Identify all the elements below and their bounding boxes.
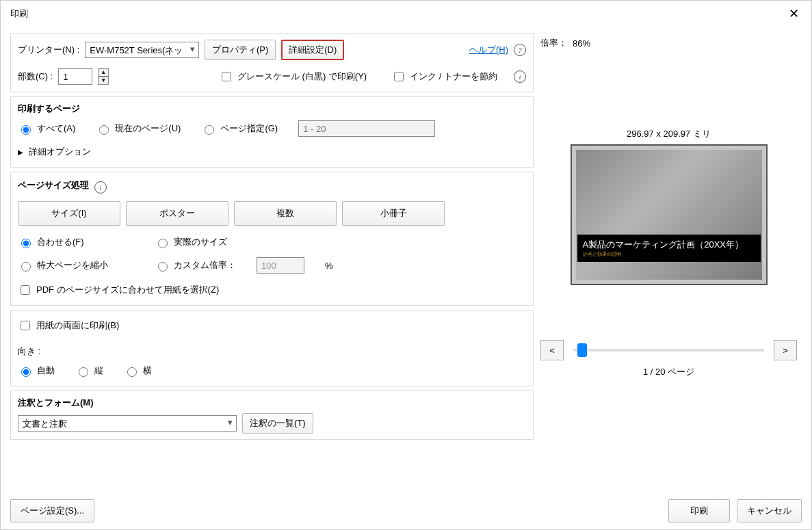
grayscale-label: グレースケール (白黒) で印刷(Y) — [237, 70, 367, 83]
scale-value: 86% — [573, 38, 590, 49]
printer-label: プリンター(N) : — [18, 44, 79, 56]
preview-dimensions: 296.97 x 209.97 ミリ — [627, 129, 711, 139]
page-slider[interactable] — [573, 349, 764, 352]
help-info-icon[interactable]: ? — [514, 44, 526, 56]
next-page-button[interactable]: > — [774, 340, 797, 360]
copies-label: 部数(C) : — [18, 70, 53, 83]
comments-select[interactable]: 文書と注釈 — [18, 415, 237, 432]
properties-button[interactable]: プロパティ(P) — [205, 40, 276, 60]
summarize-comments-button[interactable]: 注釈の一覧(T) — [242, 413, 313, 434]
save-ink-info-icon[interactable]: i — [514, 70, 526, 83]
titlebar: 印刷 ✕ — [1, 1, 811, 27]
orientation-label: 向き : — [18, 345, 40, 358]
close-icon[interactable]: ✕ — [786, 6, 802, 21]
pages-more-options[interactable]: 詳細オプション — [29, 146, 91, 158]
save-ink-label: インク / トナーを節約 — [410, 70, 497, 83]
choose-paper-checkbox[interactable]: PDF のページサイズに合わせて用紙を選択(Z) — [18, 283, 219, 297]
orientation-landscape-radio[interactable]: 横 — [124, 365, 152, 377]
save-ink-input[interactable] — [394, 72, 404, 81]
printer-select[interactable]: EW-M752T Series(ネットワーク) — [85, 42, 199, 58]
tab-poster[interactable]: ポスター — [126, 201, 228, 226]
size-handling-info-icon[interactable]: i — [94, 181, 107, 194]
actual-radio[interactable]: 実際のサイズ — [155, 236, 227, 248]
custom-scale-radio[interactable]: カスタム倍率： — [155, 259, 236, 271]
prev-page-button[interactable]: < — [540, 340, 564, 360]
duplex-checkbox[interactable]: 用紙の両面に印刷(B) — [18, 319, 119, 332]
advanced-settings-button[interactable]: 詳細設定(D) — [281, 40, 344, 60]
copies-spinner[interactable]: ▲ ▼ — [98, 68, 109, 85]
size-handling-title: ページサイズ処理 — [18, 179, 89, 191]
tab-booklet[interactable]: 小冊子 — [342, 201, 445, 226]
grayscale-input[interactable] — [222, 72, 231, 81]
scale-label: 倍率： — [540, 37, 567, 49]
help-link[interactable]: ヘルプ(H) — [469, 44, 508, 56]
orientation-portrait-radio[interactable]: 縦 — [75, 365, 103, 377]
custom-scale-input[interactable] — [257, 257, 304, 274]
preview-banner: A製品のマーケティング計画（20XX年） 計画と効果の説明 — [577, 235, 761, 262]
window-title: 印刷 — [10, 8, 28, 20]
comments-title: 注釈とフォーム(M) — [18, 397, 526, 409]
save-ink-checkbox[interactable]: インク / トナーを節約 — [391, 70, 497, 83]
pages-current-radio[interactable]: 現在のページ(U) — [96, 122, 181, 135]
print-button[interactable]: 印刷 — [668, 499, 730, 522]
pages-all-radio[interactable]: すべて(A) — [18, 122, 75, 135]
pages-title: 印刷するページ — [18, 103, 526, 115]
shrink-radio[interactable]: 特大ページを縮小 — [18, 259, 134, 271]
tab-size[interactable]: サイズ(I) — [18, 201, 120, 226]
fit-radio[interactable]: 合わせる(F) — [18, 236, 134, 248]
preview-pane: A製品のマーケティング計画（20XX年） 計画と効果の説明 — [571, 144, 768, 285]
grayscale-checkbox[interactable]: グレースケール (白黒) で印刷(Y) — [219, 70, 367, 83]
copies-up[interactable]: ▲ — [98, 68, 109, 77]
cancel-button[interactable]: キャンセル — [737, 499, 802, 522]
tab-multiple[interactable]: 複数 — [234, 201, 337, 226]
page-setup-button[interactable]: ページ設定(S)... — [10, 499, 94, 522]
percent-label: % — [325, 261, 333, 271]
orientation-auto-radio[interactable]: 自動 — [18, 365, 55, 377]
copies-down[interactable]: ▼ — [98, 77, 109, 85]
page-slider-thumb[interactable] — [577, 343, 587, 357]
pages-range-input[interactable] — [298, 120, 435, 137]
page-counter: 1 / 20 ページ — [643, 367, 694, 377]
chevron-right-icon[interactable]: ▶ — [18, 148, 23, 156]
copies-input[interactable] — [58, 68, 92, 85]
pages-range-radio[interactable]: ページ指定(G) — [201, 122, 278, 135]
